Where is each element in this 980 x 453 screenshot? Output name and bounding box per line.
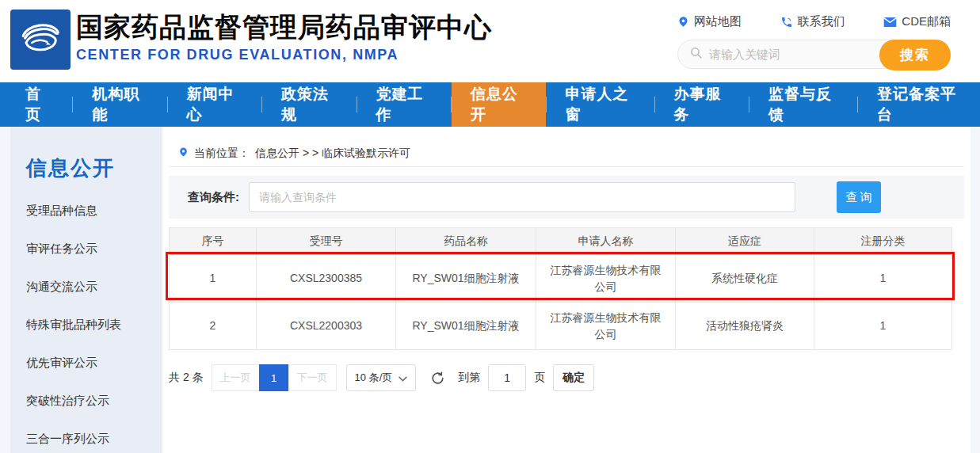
cell-indication: 系统性硬化症 [676,255,814,303]
results-table-wrap: 序号 受理号 药品名称 申请人名称 适应症 注册分类 1 CXSL2300385… [169,227,951,350]
cell-seq: 1 [170,255,257,303]
page-body: 信息公开 受理品种信息 审评任务公示 沟通交流公示 特殊审批品种列表 优先审评公… [0,127,980,453]
query-button[interactable]: 查询 [837,181,881,213]
phone-icon [780,16,793,29]
header-right: 网站地图 联系我们 CDE邮箱 搜索 [677,14,951,69]
cell-applicant: 江苏睿源生物技术有限公司 [536,255,676,303]
mail-icon [883,17,897,28]
query-bar: 查询条件: 查询 [169,176,964,219]
confirm-button[interactable]: 确定 [553,364,594,391]
col-header-seq: 序号 [170,228,257,255]
cde-mail-link[interactable]: CDE邮箱 [883,14,951,29]
query-label: 查询条件: [188,190,239,205]
cell-indication: 活动性狼疮肾炎 [676,303,814,350]
site-title-cn: 国家药品监督管理局药品审评中心 [76,10,492,44]
sidebar-item-three-in-one[interactable]: 三合一序列公示 [26,420,162,453]
breadcrumb-label: 当前位置： [194,147,250,161]
cde-mail-link-label: CDE邮箱 [902,14,951,29]
refresh-icon[interactable] [430,371,445,386]
nav-item-applicant-window[interactable]: 申请人之窗 [546,82,654,127]
pagination-pager: 上一页 1 下一页 [212,364,337,391]
nav-item-registration-platform[interactable]: 登记备案平台 [858,82,980,127]
goto-page-unit: 页 [534,371,545,385]
goto-page-input[interactable] [488,364,526,391]
prev-page-button[interactable]: 上一页 [212,364,260,391]
cell-seq: 2 [170,303,257,350]
contact-us-link[interactable]: 联系我们 [780,14,845,29]
nav-item-party-building[interactable]: 党建工作 [357,82,452,127]
cell-acceptance-no: CXSL2300385 [257,255,396,303]
sitemap-link[interactable]: 网站地图 [677,14,742,29]
cell-drug-name: RY_SW01细胞注射液 [396,303,536,350]
breadcrumb-path: 信息公开 > > 临床试验默示许可 [255,147,410,161]
nav-item-info-disclosure[interactable]: 信息公开 [452,82,546,127]
cell-applicant: 江苏睿源生物技术有限公司 [536,303,676,350]
sidebar-title: 信息公开 [26,154,162,182]
goto-page-label: 到第 [458,371,480,385]
page-size-select[interactable]: 10 条/页 [346,364,417,391]
swan-logo-icon [17,15,63,64]
cell-registration-class: 1 [814,255,952,303]
cell-drug-name: RY_SW01细胞注射液 [396,255,536,303]
pagination-total: 共 2 条 [169,371,204,385]
nav-item-supervision-feedback[interactable]: 监督与反馈 [749,82,857,127]
sidebar: 信息公开 受理品种信息 审评任务公示 沟通交流公示 特殊审批品种列表 优先审评公… [10,127,162,453]
breadcrumb-divider [169,166,964,167]
nav-item-news[interactable]: 新闻中心 [168,82,262,127]
nav-item-functions[interactable]: 机构职能 [73,82,167,127]
header-quick-links: 网站地图 联系我们 CDE邮箱 [677,14,951,29]
table-header-row: 序号 受理号 药品名称 申请人名称 适应症 注册分类 [170,228,952,255]
cde-logo [10,10,71,70]
pagination: 共 2 条 上一页 1 下一页 10 条/页 到第 页 确定 [169,364,594,391]
sidebar-item-accepted-varieties[interactable]: 受理品种信息 [26,192,162,230]
main-nav: 首页 机构职能 新闻中心 政策法规 党建工作 信息公开 申请人之窗 办事服务 监… [0,82,980,127]
sidebar-item-review-tasks[interactable]: 审评任务公示 [26,230,162,268]
results-table: 序号 受理号 药品名称 申请人名称 适应症 注册分类 1 CXSL2300385… [169,227,952,350]
sitemap-link-label: 网站地图 [694,14,742,29]
col-header-indication: 适应症 [676,228,814,255]
sidebar-item-communication[interactable]: 沟通交流公示 [26,268,162,306]
cell-registration-class: 1 [814,303,952,350]
site-header: 国家药品监督管理局药品审评中心 CENTER FOR DRUG EVALUATI… [0,0,980,82]
table-row[interactable]: 1 CXSL2300385 RY_SW01细胞注射液 江苏睿源生物技术有限公司 … [170,255,952,303]
site-title-en: CENTER FOR DRUG EVALUATION, NMPA [76,47,492,63]
sidebar-menu: 受理品种信息 审评任务公示 沟通交流公示 特殊审批品种列表 优先审评公示 突破性… [10,192,162,453]
sidebar-item-breakthrough-therapy[interactable]: 突破性治疗公示 [26,382,162,420]
sidebar-item-priority-review[interactable]: 优先审评公示 [26,344,162,382]
col-header-acceptance-no: 受理号 [257,228,396,255]
cell-acceptance-no: CXSL2200303 [257,303,396,350]
search-icon [689,46,703,63]
col-header-applicant: 申请人名称 [536,228,676,255]
nav-item-policies[interactable]: 政策法规 [262,82,357,127]
query-input[interactable] [249,182,795,212]
nav-item-services[interactable]: 办事服务 [655,82,749,127]
nav-item-home[interactable]: 首页 [6,82,72,127]
contact-us-link-label: 联系我们 [798,14,845,29]
col-header-registration-class: 注册分类 [814,228,952,255]
page-1-button[interactable]: 1 [259,364,289,391]
main-content: 当前位置： 信息公开 > > 临床试验默示许可 查询条件: 查询 序号 受理号 … [162,127,970,453]
sidebar-item-special-approval-list[interactable]: 特殊审批品种列表 [26,306,162,344]
col-header-drug-name: 药品名称 [396,228,536,255]
breadcrumb: 当前位置： 信息公开 > > 临床试验默示许可 [178,146,410,161]
location-pin-icon [178,146,189,161]
page-size-value: 10 条/页 [355,371,393,385]
site-search: 搜索 [677,40,951,69]
map-pin-icon [677,15,689,29]
next-page-button[interactable]: 下一页 [288,364,337,391]
table-row[interactable]: 2 CXSL2200303 RY_SW01细胞注射液 江苏睿源生物技术有限公司 … [170,303,952,350]
chevron-down-icon [398,372,407,384]
search-button[interactable]: 搜索 [879,40,951,70]
site-title-block: 国家药品监督管理局药品审评中心 CENTER FOR DRUG EVALUATI… [76,10,492,63]
